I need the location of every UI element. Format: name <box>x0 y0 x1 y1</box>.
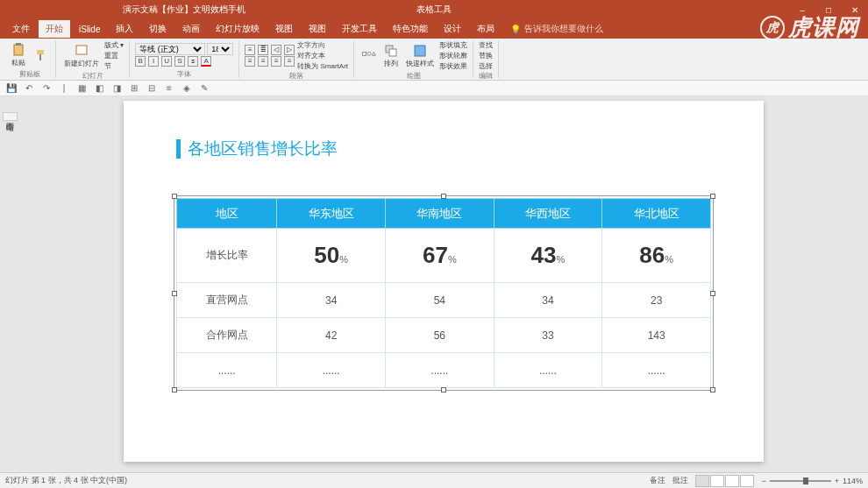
format-painter-button[interactable] <box>31 47 50 63</box>
thumbnail-panel-tab[interactable]: 缩略图 <box>0 96 19 472</box>
menu-tab-5[interactable]: 动画 <box>175 20 207 38</box>
slideshow-view-button[interactable] <box>740 475 754 487</box>
tell-me-input[interactable]: 告诉我你想要做什么 <box>524 23 603 35</box>
group-label-slides: 幻灯片 <box>61 71 124 80</box>
menu-tab-12[interactable]: 布局 <box>470 20 502 38</box>
resize-handle[interactable] <box>710 194 715 199</box>
qat-save-icon[interactable]: 💾 <box>5 82 18 95</box>
qat-tool-icon[interactable]: ⊞ <box>128 82 140 95</box>
select-button[interactable]: 选择 <box>479 61 493 71</box>
menu-tab-4[interactable]: 切换 <box>142 20 174 38</box>
ribbon: 粘贴 剪贴板 新建幻灯片 版式 ▾ 重置 节 幻灯片 等线 (正文) <box>0 39 868 81</box>
statusbar: 幻灯片 第 1 张，共 4 张 中文(中国) 备注 批注 − + 114% <box>0 472 868 488</box>
sorter-view-button[interactable] <box>710 475 724 487</box>
arrange-button[interactable]: 排列 <box>381 43 401 69</box>
layout-dropdown[interactable]: 版式 ▾ <box>104 40 124 50</box>
qat-tool-icon[interactable]: ◈ <box>181 82 193 95</box>
reading-view-button[interactable] <box>725 475 739 487</box>
font-color-button[interactable]: A <box>201 56 211 67</box>
tell-me-icon: 💡 <box>510 25 521 34</box>
zoom-slider[interactable] <box>770 480 831 482</box>
menu-tab-7[interactable]: 视图 <box>268 20 300 38</box>
shape-effects-button[interactable]: 形状效果 <box>439 61 467 71</box>
numbering-button[interactable]: ≣ <box>258 45 268 55</box>
menu-tab-0[interactable]: 文件 <box>5 20 37 38</box>
menu-tab-3[interactable]: 插入 <box>109 20 140 38</box>
workspace: 缩略图 各地区销售增长比率 地区华东地区华南地区华西 <box>0 96 868 472</box>
qat-tool-icon[interactable]: ✎ <box>198 82 210 95</box>
shapes-gallery[interactable] <box>359 48 379 64</box>
window-maximize-button[interactable]: □ <box>815 0 842 19</box>
normal-view-button[interactable] <box>695 475 709 487</box>
resize-handle[interactable] <box>172 291 177 296</box>
section-dropdown[interactable]: 节 <box>104 61 124 71</box>
menu-tab-10[interactable]: 特色功能 <box>386 20 435 38</box>
indent-inc-button[interactable]: ▷ <box>284 45 295 55</box>
align-text-button[interactable]: 对齐文本 <box>297 51 348 60</box>
quick-access-toolbar: 💾 ↶ ↷ | ▦ ◧ ◨ ⊞ ⊟ ≡ ◈ ✎ <box>0 81 868 96</box>
find-button[interactable]: 查找 <box>479 40 493 50</box>
slide[interactable]: 各地区销售增长比率 地区华东地区华南地区华西地区华北地区 增长比率50%67%4… <box>124 101 764 462</box>
align-justify-button[interactable]: ≡ <box>284 56 295 67</box>
titlebar: 演示文稿【作业】文明效档手机 表格工具 – □ ✕ <box>0 0 868 19</box>
bullets-button[interactable]: ≡ <box>245 45 255 55</box>
slide-canvas-area[interactable]: 各地区销售增长比率 地区华东地区华南地区华西地区华北地区 增长比率50%67%4… <box>19 96 868 472</box>
notes-button[interactable]: 备注 <box>650 475 665 486</box>
group-label-clipboard: 剪贴板 <box>9 69 50 78</box>
slide-table[interactable]: 地区华东地区华南地区华西地区华北地区 增长比率50%67%43%86%直营网点3… <box>176 198 711 388</box>
resize-handle[interactable] <box>710 291 715 296</box>
text-direction-button[interactable]: 文字方向 <box>297 40 348 50</box>
zoom-in-button[interactable]: + <box>835 477 839 485</box>
menu-tab-1[interactable]: 开始 <box>39 20 70 38</box>
resize-handle[interactable] <box>710 387 715 393</box>
zoom-out-button[interactable]: − <box>761 477 765 485</box>
new-slide-button[interactable]: 新建幻灯片 <box>61 43 102 69</box>
svg-rect-1 <box>16 43 21 46</box>
menu-tab-2[interactable]: iSlide <box>72 22 107 37</box>
resize-handle[interactable] <box>172 387 177 393</box>
comments-button[interactable]: 批注 <box>672 475 688 486</box>
replace-button[interactable]: 替换 <box>479 51 493 60</box>
window-close-button[interactable]: ✕ <box>842 0 868 19</box>
resize-handle[interactable] <box>441 194 446 199</box>
menu-tab-6[interactable]: 幻灯片放映 <box>209 20 267 38</box>
window-minimize-button[interactable]: – <box>789 0 815 19</box>
menu-tab-9[interactable]: 开发工具 <box>335 20 384 38</box>
qat-tool-icon[interactable]: ◨ <box>110 82 123 95</box>
qat-redo-icon[interactable]: ↷ <box>40 82 53 95</box>
align-left-button[interactable]: ≡ <box>245 56 255 67</box>
slide-title[interactable]: 各地区销售增长比率 <box>176 138 338 160</box>
resize-handle[interactable] <box>172 194 177 199</box>
doc-title: 演示文稿【作业】文明效档手机 <box>123 4 245 16</box>
font-name-select[interactable]: 等线 (正文) <box>135 43 205 55</box>
context-tab[interactable]: 表格工具 <box>416 4 452 16</box>
underline-button[interactable]: U <box>161 56 172 67</box>
menu-tab-11[interactable]: 设计 <box>437 20 468 38</box>
strike-button[interactable]: S <box>174 56 185 67</box>
qat-tool-icon[interactable]: ≡ <box>163 82 175 95</box>
bold-button[interactable]: B <box>135 56 146 67</box>
qat-tool-icon[interactable]: ◧ <box>93 82 105 95</box>
qat-tool-icon[interactable]: ⊟ <box>146 82 158 95</box>
smartart-button[interactable]: 转换为 SmartArt <box>297 61 348 71</box>
indent-dec-button[interactable]: ◁ <box>271 45 281 55</box>
align-right-button[interactable]: ≡ <box>271 56 281 67</box>
resize-handle[interactable] <box>441 387 446 393</box>
font-size-select[interactable]: 18 <box>207 43 233 55</box>
title-accent-bar <box>176 139 181 159</box>
reset-button[interactable]: 重置 <box>104 51 124 60</box>
shape-fill-button[interactable]: 形状填充 <box>439 40 467 50</box>
qat-undo-icon[interactable]: ↶ <box>23 82 35 95</box>
shape-outline-button[interactable]: 形状轮廓 <box>439 51 467 60</box>
qat-tool-icon[interactable]: ▦ <box>75 82 88 95</box>
group-label-font: 字体 <box>135 69 233 78</box>
group-label-paragraph: 段落 <box>245 71 348 80</box>
quick-styles-button[interactable]: 快速样式 <box>403 43 437 69</box>
italic-button[interactable]: I <box>148 56 159 67</box>
menu-tab-8[interactable]: 视图 <box>302 20 333 38</box>
align-center-button[interactable]: ≡ <box>258 56 268 67</box>
zoom-level[interactable]: 114% <box>843 477 863 485</box>
shadow-button[interactable]: ꜱ <box>188 56 198 67</box>
paste-button[interactable]: 粘贴 <box>9 42 28 68</box>
qat-sep: | <box>58 82 70 95</box>
